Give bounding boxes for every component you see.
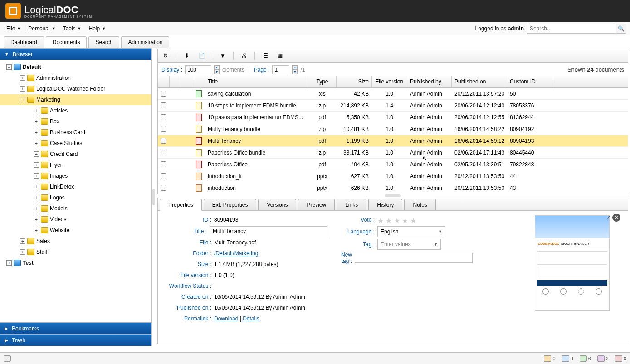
dtab-ext-properties[interactable]: Ext. Properties — [204, 199, 257, 210]
status-locked[interactable]: 0 — [544, 355, 555, 362]
tree-toggle[interactable]: + — [6, 260, 12, 266]
status-checkedout[interactable]: 0 — [562, 355, 573, 362]
table-row[interactable]: 10 steps to implement EDMS bundle zip 21… — [158, 100, 628, 112]
col-title[interactable]: Title — [205, 76, 308, 87]
tree-toggle[interactable]: + — [34, 217, 39, 222]
tree-toggle[interactable]: + — [34, 108, 39, 113]
tree-node-articles[interactable]: +Articles — [0, 105, 151, 116]
tab-documents[interactable]: Documents — [46, 36, 87, 48]
row-checkbox[interactable] — [161, 185, 166, 191]
dtab-history[interactable]: History — [368, 199, 402, 210]
table-row[interactable]: saving-calculation xls 42 KB 1.0 Admin A… — [158, 88, 628, 100]
display-input[interactable] — [185, 65, 211, 74]
table-row[interactable]: introduction pptx 626 KB 1.0 Admin Admin… — [158, 182, 628, 193]
tree-node-marketing[interactable]: −Marketing — [0, 94, 151, 105]
tree-node-business-card[interactable]: +Business Card — [0, 127, 151, 138]
table-row[interactable]: introduction_it pptx 627 KB 1.0 Admin Ad… — [158, 170, 628, 182]
tree-node-case-studies[interactable]: +Case Studies — [0, 138, 151, 149]
newtag-input[interactable] — [355, 253, 473, 263]
tree-toggle[interactable]: + — [20, 238, 25, 244]
language-select[interactable]: English▼ — [377, 226, 445, 237]
list-view-button[interactable]: ☰ — [261, 52, 269, 60]
tree-toggle[interactable]: + — [20, 249, 25, 255]
tree-toggle[interactable]: + — [34, 130, 39, 135]
tree-node-images[interactable]: +Images — [0, 170, 151, 181]
tree-toggle[interactable]: + — [34, 195, 39, 200]
row-checkbox[interactable] — [161, 114, 166, 120]
tree-node-website[interactable]: +Website — [0, 225, 151, 236]
details-link[interactable]: Details — [243, 315, 259, 322]
tab-administration[interactable]: Administration — [121, 36, 169, 48]
row-checkbox[interactable] — [161, 138, 166, 144]
table-row[interactable]: Paperless Office bundle zip 33,171 KB 1.… — [158, 147, 628, 159]
vertical-splitter[interactable] — [152, 48, 156, 346]
row-checkbox[interactable] — [161, 161, 166, 167]
table-row[interactable]: Paperless Office pdf 404 KB 1.0 Admin Ad… — [158, 159, 628, 170]
preview-expand-button[interactable]: ⤢ — [606, 214, 610, 220]
search-button[interactable]: 🔍 — [616, 24, 626, 34]
page-input[interactable] — [272, 65, 289, 74]
tree-node-sales[interactable]: +Sales — [0, 236, 151, 247]
tree-node-models[interactable]: +Models — [0, 203, 151, 214]
panel-bookmarks-header[interactable]: ▶Bookmarks — [0, 322, 151, 334]
tree-toggle[interactable]: + — [34, 162, 39, 168]
tree-toggle[interactable]: + — [34, 119, 39, 124]
tree-node-test[interactable]: +Test — [0, 257, 151, 268]
tree-toggle[interactable]: + — [34, 206, 39, 211]
col-publishedby[interactable]: Published by — [407, 76, 452, 87]
tree-toggle[interactable]: + — [20, 75, 25, 81]
tree-node-videos[interactable]: +Videos — [0, 214, 151, 225]
panel-trash-header[interactable]: ▶Trash — [0, 334, 151, 346]
table-row[interactable]: Multy Tenancy bundle zip 10,481 KB 1.0 A… — [158, 123, 628, 135]
menu-tools[interactable]: Tools▼ — [60, 24, 84, 34]
tree-node-administration[interactable]: +Administration — [0, 73, 151, 83]
tree-toggle[interactable]: + — [34, 151, 39, 157]
table-row[interactable]: 10 pasos para implementar un EDMS... pdf… — [158, 112, 628, 123]
tree-node-credit-card[interactable]: +Credit Card — [0, 149, 151, 160]
row-checkbox[interactable] — [161, 91, 166, 97]
status-workflow[interactable]: 2 — [597, 355, 609, 362]
clipboard-icon[interactable] — [4, 355, 11, 362]
dtab-preview[interactable]: Preview — [298, 199, 335, 210]
tree-toggle[interactable]: + — [20, 86, 25, 92]
row-checkbox[interactable] — [161, 102, 166, 108]
table-row[interactable]: Multi Tenancy pdf 1,199 KB 1.0 Admin Adm… — [158, 135, 628, 147]
col-type[interactable]: Type — [308, 76, 337, 87]
grid-view-button[interactable]: ▦ — [276, 52, 284, 60]
dtab-notes[interactable]: Notes — [404, 199, 435, 210]
tree-node-logos[interactable]: +Logos — [0, 192, 151, 203]
star-4[interactable]: ★ — [402, 216, 409, 223]
tree-toggle[interactable]: + — [34, 228, 39, 233]
row-checkbox[interactable] — [161, 173, 166, 179]
preview-thumbnail[interactable]: LOGICALDOCMULTITENANCY — [535, 215, 610, 311]
dtab-properties[interactable]: Properties — [160, 199, 202, 211]
row-checkbox[interactable] — [161, 150, 166, 155]
tree-toggle[interactable]: + — [34, 141, 39, 146]
star-3[interactable]: ★ — [394, 216, 401, 223]
col-size[interactable]: Size — [337, 76, 372, 87]
tree-node-box[interactable]: +Box — [0, 116, 151, 127]
tree-toggle[interactable]: − — [6, 64, 12, 70]
page-spinner[interactable]: ▲▼ — [292, 65, 298, 74]
tag-select[interactable]: Enter values▼ — [377, 239, 441, 250]
tree-node-default[interactable]: −Default — [0, 62, 151, 73]
print-button[interactable]: 🖨 — [240, 52, 248, 60]
col-fileversion[interactable]: File version — [372, 76, 407, 87]
tree-node-watched[interactable]: +LogicalDOC Watched Folder — [0, 83, 151, 94]
star-1[interactable]: ★ — [377, 216, 385, 223]
tab-dashboard[interactable]: Dashboard — [4, 36, 44, 48]
tab-search[interactable]: Search — [88, 36, 119, 48]
panel-browser-header[interactable]: ▼Browser — [0, 48, 151, 60]
tree-toggle[interactable]: + — [34, 184, 39, 189]
tree-node-staff[interactable]: +Staff — [0, 247, 151, 257]
menu-help[interactable]: Help▼ — [86, 24, 109, 34]
download-button[interactable]: ⬇ — [183, 52, 191, 60]
tree-toggle[interactable]: − — [20, 97, 25, 102]
search-input[interactable] — [527, 24, 616, 34]
status-events[interactable]: 0 — [615, 355, 626, 362]
tree-toggle[interactable]: + — [34, 173, 39, 179]
col-publishedon[interactable]: Published on — [452, 76, 507, 87]
refresh-button[interactable]: ↻ — [161, 52, 170, 60]
folder-link[interactable]: /Default/Marketing — [214, 250, 258, 257]
preview-close-button[interactable]: ✕ — [612, 214, 620, 222]
